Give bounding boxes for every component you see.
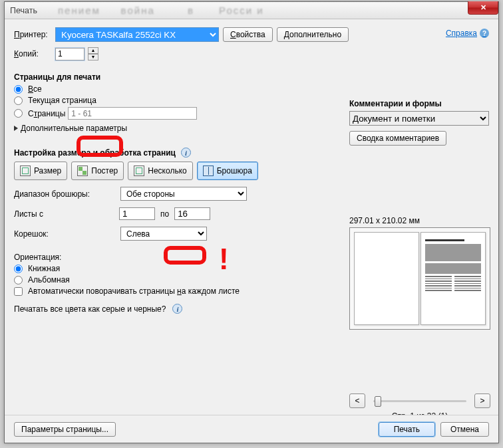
seg-multiple[interactable]: Несколько	[128, 162, 192, 180]
page-setup-button[interactable]: Параметры страницы...	[14, 422, 116, 437]
page-range-label: Страницы	[28, 109, 65, 118]
copies-label: Копий:	[14, 49, 51, 58]
cancel-button[interactable]: Отмена	[440, 422, 489, 437]
preview-page-left	[354, 232, 419, 325]
binding-label: Корешок:	[14, 229, 114, 239]
window-title: Печать	[10, 6, 37, 15]
copies-up[interactable]: ▲	[88, 47, 98, 54]
autorotate-label: Автоматически поворачивать страницы на к…	[28, 286, 240, 296]
preview-slider[interactable]	[373, 400, 466, 402]
advanced-button[interactable]: Дополнительно	[277, 27, 349, 42]
multiple-icon	[134, 166, 144, 176]
print-button[interactable]: Печать	[379, 422, 435, 437]
sheets-from-input[interactable]	[119, 207, 155, 220]
sheets-to-input[interactable]	[174, 207, 210, 220]
dialog-footer: Параметры страницы... Печать Отмена	[5, 415, 498, 443]
booklet-subset-select[interactable]: Обе стороны	[120, 187, 247, 201]
all-pages-label: Все	[28, 84, 42, 94]
sizing-header: Настройка размера и обработка страниц	[14, 148, 176, 158]
radio-landscape[interactable]	[14, 276, 23, 284]
radio-current-page[interactable]	[14, 96, 23, 105]
copies-input[interactable]	[55, 48, 84, 60]
sheets-to-label: по	[160, 209, 169, 219]
close-button[interactable]: ✕	[468, 1, 498, 15]
triangle-right-icon	[14, 126, 18, 131]
printer-select[interactable]: Kyocera TASKalfa 2552ci KX	[55, 27, 219, 42]
checkbox-autorotate[interactable]	[14, 287, 23, 296]
booklet-subset-label: Диапазон брошюры:	[14, 189, 114, 199]
grayscale-info-icon[interactable]: i	[172, 304, 182, 314]
poster-icon	[77, 166, 88, 176]
seg-poster[interactable]: Постер	[71, 162, 124, 180]
preview-dimensions: 297.01 x 210.02 мм	[349, 216, 490, 225]
seg-size[interactable]: Размер	[14, 162, 67, 180]
print-dialog: Печать пением война в Росси и ✕ Справка …	[4, 1, 499, 443]
radio-all-pages[interactable]	[14, 85, 23, 94]
background-blur-text: пением война в Росси и	[58, 5, 264, 16]
slider-thumb[interactable]	[375, 396, 381, 407]
grayscale-question: Печатать все цвета как серые и черные?	[14, 304, 166, 314]
preview-prev-button[interactable]: <	[349, 393, 365, 408]
comments-header: Комментарии и формы	[349, 99, 490, 108]
current-page-label: Текущая страница	[28, 96, 96, 105]
info-icon[interactable]: i	[181, 148, 191, 158]
preview-page-right	[420, 232, 486, 325]
titlebar: Печать пением война в Росси и ✕	[5, 2, 498, 19]
help-label: Справка	[446, 29, 477, 38]
comments-select[interactable]: Документ и пометки	[349, 111, 489, 126]
help-link[interactable]: Справка ?	[446, 29, 489, 38]
booklet-icon	[203, 166, 214, 176]
summarize-comments-button[interactable]: Сводка комментариев	[349, 131, 446, 146]
landscape-label: Альбомная	[28, 275, 70, 284]
page-range-input[interactable]	[68, 107, 197, 120]
radio-page-range[interactable]	[14, 109, 23, 118]
help-icon: ?	[480, 29, 489, 38]
sheets-from-label: Листы с	[14, 209, 114, 219]
more-options-label: Дополнительные параметры	[21, 124, 127, 133]
copies-down[interactable]: ▼	[88, 54, 98, 60]
print-preview	[349, 227, 490, 330]
binding-select[interactable]: Слева	[120, 227, 207, 241]
properties-button[interactable]: Свойства	[223, 27, 273, 42]
preview-next-button[interactable]: >	[474, 393, 490, 408]
portrait-label: Книжная	[28, 264, 60, 273]
seg-booklet[interactable]: Брошюра	[197, 162, 258, 180]
size-icon	[20, 166, 31, 176]
radio-portrait[interactable]	[14, 265, 23, 273]
printer-label: Принтер:	[14, 30, 51, 39]
